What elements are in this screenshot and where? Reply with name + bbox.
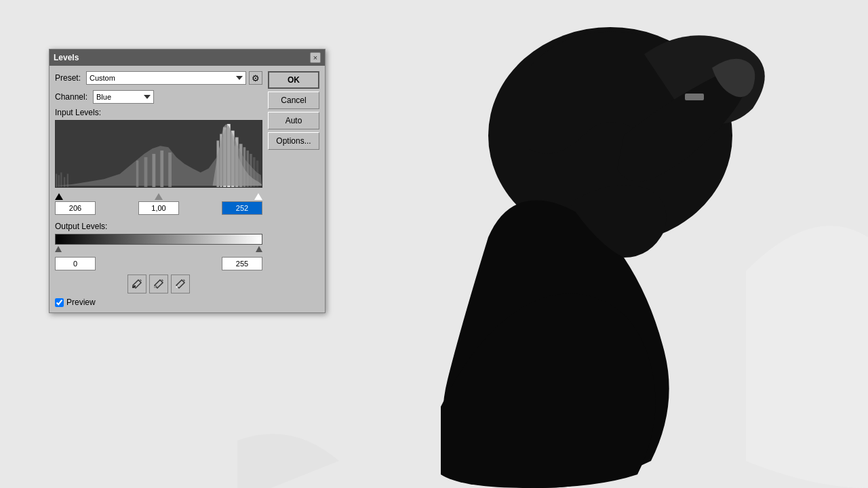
svg-point-32 (178, 285, 179, 287)
histogram (55, 120, 262, 188)
channel-row: Channel: Blue RGB Red Green (55, 90, 262, 104)
preset-select[interactable]: Custom Default Increase Contrast Darker … (86, 71, 246, 85)
output-values-row (55, 257, 262, 270)
title-bar: Levels × (50, 49, 325, 66)
input-values-row (55, 201, 262, 215)
preset-row: Preset: Custom Default Increase Contrast… (55, 71, 262, 85)
svg-rect-27 (132, 286, 134, 288)
white-point-slider[interactable] (254, 193, 262, 200)
preset-label: Preset: (55, 73, 83, 83)
gray-eyedropper-button[interactable] (149, 274, 168, 293)
black-point-slider[interactable] (55, 193, 63, 200)
close-button[interactable]: × (310, 52, 321, 63)
cancel-button[interactable]: Cancel (268, 92, 319, 109)
black-eyedropper-button[interactable] (127, 274, 146, 293)
midtone-input[interactable] (138, 201, 179, 215)
dialog-body: Preset: Custom Default Increase Contrast… (50, 66, 325, 312)
histogram-svg (56, 121, 262, 187)
left-panel: Preset: Custom Default Increase Contrast… (55, 71, 262, 307)
output-slider-row (55, 246, 262, 256)
auto-button[interactable]: Auto (268, 112, 319, 129)
input-levels-label: Input Levels: (55, 108, 262, 117)
white-input[interactable] (222, 201, 262, 215)
levels-dialog: Levels × Preset: Custom Default Increase… (49, 49, 326, 313)
svg-rect-6 (60, 172, 62, 187)
preview-row: Preview (55, 298, 262, 307)
svg-rect-5 (58, 175, 60, 187)
output-black-slider[interactable] (55, 246, 62, 252)
svg-rect-2 (685, 94, 704, 100)
preview-label: Preview (66, 298, 96, 307)
midtone-slider[interactable] (155, 193, 163, 200)
preset-gear-button[interactable]: ⚙ (249, 71, 262, 85)
channel-select[interactable]: Blue RGB Red Green (93, 90, 154, 104)
dialog-title: Levels (54, 53, 79, 62)
output-min-input[interactable] (55, 257, 96, 270)
output-max-input[interactable] (222, 257, 262, 270)
options-button[interactable]: Options... (268, 132, 319, 150)
input-slider-row (55, 189, 262, 200)
right-panel: OK Cancel Auto Options... (268, 71, 319, 307)
white-eyedropper-button[interactable] (171, 274, 190, 293)
svg-rect-29 (154, 286, 156, 288)
output-levels-label: Output Levels: (55, 222, 262, 231)
eyedropper-row (55, 274, 262, 293)
black-input[interactable] (55, 201, 96, 215)
svg-point-30 (156, 285, 157, 287)
ok-button[interactable]: OK (268, 71, 319, 89)
output-white-slider[interactable] (256, 246, 262, 252)
svg-rect-4 (56, 174, 57, 187)
svg-point-28 (134, 285, 136, 287)
preview-checkbox[interactable] (55, 298, 64, 307)
svg-rect-31 (176, 286, 178, 288)
output-levels-section: Output Levels: (55, 222, 262, 270)
channel-label: Channel: (55, 92, 90, 102)
output-gradient (55, 234, 262, 245)
